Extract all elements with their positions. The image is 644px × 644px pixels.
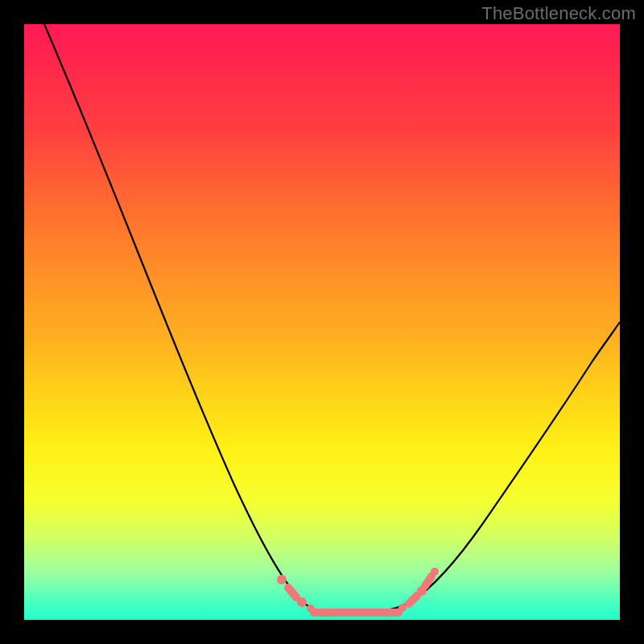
watermark-text: TheBottleneck.com [481, 3, 636, 24]
marker-dash [425, 576, 431, 586]
curve-svg [24, 24, 620, 620]
chart-frame: TheBottleneck.com [0, 0, 644, 644]
marker-dash [288, 588, 296, 597]
marker-dot [297, 597, 307, 607]
marker-dot [307, 605, 315, 613]
marker-dash [409, 596, 417, 604]
curve-right [346, 322, 620, 614]
plot-area [24, 24, 620, 620]
marker-dot [431, 568, 439, 576]
marker-dot [277, 575, 287, 584]
curve-left [44, 24, 346, 614]
